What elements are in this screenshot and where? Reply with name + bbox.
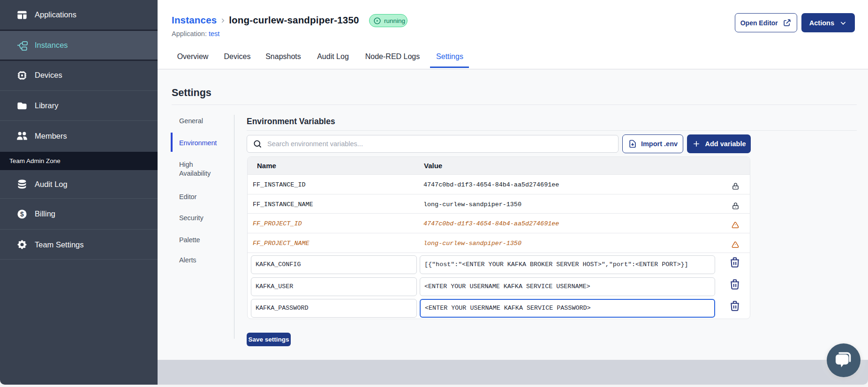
- svg-text:$: $: [20, 210, 24, 218]
